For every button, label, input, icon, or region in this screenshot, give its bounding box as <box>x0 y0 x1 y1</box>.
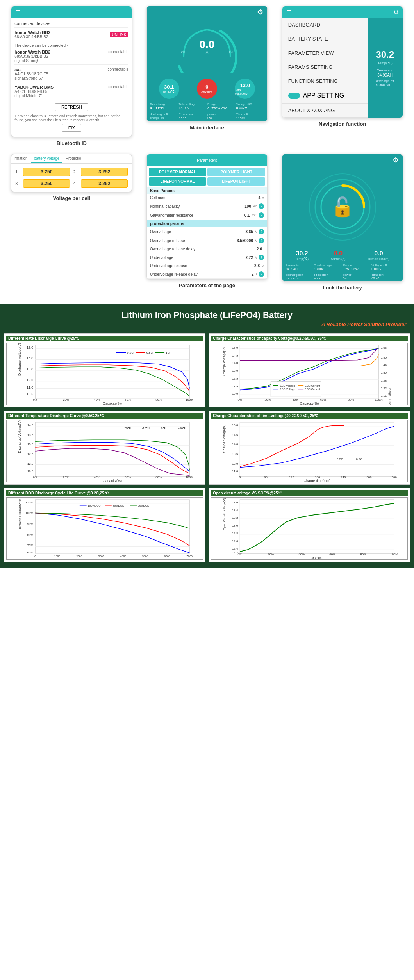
undervoltage-row: Undervoltage 2.72 V ? <box>147 253 267 262</box>
parameter-view-label: PARAMETER VIEW <box>288 50 334 56</box>
svg-text:0%: 0% <box>238 553 242 556</box>
app-setting-toggle[interactable] <box>288 93 300 99</box>
svg-text:Open Circuit Voltage(V): Open Circuit Voltage(V) <box>223 498 226 530</box>
svg-text:Discharge Voltage(V): Discharge Voltage(V) <box>18 343 21 376</box>
svg-text:20%: 20% <box>264 398 271 402</box>
cell-num-unit: s <box>262 196 264 200</box>
device-2-signal: signal:Strong0 <box>14 59 50 63</box>
svg-text:12.5: 12.5 <box>232 377 238 380</box>
svg-text:12.0: 12.0 <box>27 378 33 382</box>
label-lock: Lock the battery <box>323 285 362 291</box>
tab-protection[interactable]: Protectio <box>62 154 84 163</box>
total-voltage-info-label: Total voltage <box>178 102 207 106</box>
gauge-area: -20 +20 0.0 A <box>147 18 267 77</box>
fix-button[interactable]: FIX <box>62 124 81 132</box>
nav-menu-list: DASHBOARD BATTERY STATE PARAMETER VIEW P… <box>282 18 368 118</box>
device-3: aaa A4:C1:38:18:7C:E5 signal:Strong-57 c… <box>14 67 128 82</box>
svg-text:50%DOD: 50%DOD <box>138 504 149 507</box>
device-2-connectable: connectable <box>107 50 128 63</box>
nav-dashboard[interactable]: DASHBOARD <box>282 18 368 32</box>
total-voltage-info-value: 13.00v <box>178 106 207 110</box>
nav-params-setting[interactable]: PARAMS SETTING <box>282 60 368 74</box>
svg-text:0.11: 0.11 <box>381 394 387 398</box>
nav-parameter-view[interactable]: PARAMETER VIEW <box>282 46 368 60</box>
svg-text:13.4: 13.4 <box>232 509 238 512</box>
tab-information[interactable]: rmation <box>11 154 30 163</box>
svg-text:20%: 20% <box>268 553 274 556</box>
chart-1-title: Different Rate Discharge Curve @25℃ <box>6 336 203 341</box>
chart-4-svg: 15.0 14.5 14.0 13.5 12.0 11.0 0 60 120 1… <box>211 420 407 482</box>
svg-text:0.2C: 0.2C <box>356 457 362 461</box>
device-2: honor Watch BB2 68:A0:3E:14:BB:B2 signal… <box>14 50 128 65</box>
about-label: ABOUT XIAOXIANG <box>288 107 335 113</box>
phone-voltage: rmation battery voltage Protectio 1 3.25… <box>11 154 132 192</box>
protection-header: protection params <box>147 220 267 227</box>
nav-about[interactable]: ABOUT XIAOXIANG <box>282 104 368 118</box>
cell-4-num: 4 <box>73 181 79 186</box>
refresh-button[interactable]: REFRESH <box>55 103 88 111</box>
nav-battery-state[interactable]: BATTERY STATE <box>282 32 368 46</box>
device-2-id: 68:A0:3E:14:BB:B2 <box>14 54 50 59</box>
overvoltage-release-row: Overvoltage release 3.550000 V ? <box>147 236 267 245</box>
undervoltage-label: Undervoltage <box>150 255 246 260</box>
svg-text:100%: 100% <box>186 398 193 402</box>
svg-text:90%: 90% <box>27 522 34 526</box>
cell-1: 1 3.250 <box>15 168 70 176</box>
chart-6-inner: 13.6 13.4 13.2 13.0 12.8 12.6 12.4 12.2 … <box>211 497 408 560</box>
svg-text:70%: 70% <box>27 544 34 547</box>
undervoltage-info: ? <box>259 255 264 260</box>
chart-3-svg: 14.0 13.5 13.0 12.5 12.0 10.5 0% 20% 40%… <box>7 420 203 482</box>
phone-main-interface: ⚙ -20 +20 0.0 <box>146 6 268 121</box>
overvoltage-delay-val: 2.0 <box>257 247 262 251</box>
device-4-id: A4:C1:38:99:F8:65 <box>14 89 54 94</box>
discharge-status: discharge:offcharge:on <box>150 112 178 120</box>
lifepo4-light-btn[interactable]: LIFEPO4 LIGHT <box>207 177 265 186</box>
device-4: YABOPOWER BMS A4:C1:38:99:F8:65 signal:M… <box>14 85 128 100</box>
svg-text:60%: 60% <box>125 475 131 479</box>
params-title: Parameters <box>197 158 217 162</box>
lock-total-voltage: Total voltage13.00v <box>314 264 342 271</box>
chart-3-inner: 14.0 13.5 13.0 12.5 12.0 10.5 0% 20% 40%… <box>6 420 203 482</box>
svg-text:12.0: 12.0 <box>232 462 238 466</box>
chart-2-inner: 15.0 14.5 14.0 13.0 12.5 11.5 10.0 0% 20… <box>211 343 408 405</box>
lock-voltage-diff: Voltage diff0.002V <box>371 264 400 271</box>
nav-function-setting[interactable]: FUNCTION SETTING <box>282 74 368 88</box>
svg-text:80%: 80% <box>155 398 162 402</box>
unlink-button[interactable]: UNLINK <box>110 32 129 37</box>
device-1-id: 68:A0:3E:14:BB:B2 <box>14 35 50 39</box>
chart-1-svg: 15.0 14.0 13.0 12.0 11.0 10.5 0% 20% 40%… <box>7 343 203 405</box>
overvoltage-unit: V <box>255 230 257 234</box>
svg-text:80%: 80% <box>360 553 366 556</box>
lock-discharge-status: discharge:offcharge:on <box>286 273 314 280</box>
svg-text:12.4: 12.4 <box>232 547 238 550</box>
remaining-label: Remaining <box>150 102 178 106</box>
lock-info-grid: Remaining34.99AH Total voltage13.00v Ran… <box>282 262 403 272</box>
svg-text:100%: 100% <box>375 398 383 402</box>
svg-text:100%: 100% <box>186 475 193 479</box>
svg-text:0.50: 0.50 <box>381 356 387 359</box>
lifepo4-normal-btn[interactable]: LIFEPO4 NORMAL <box>149 177 207 186</box>
device-1: honor Watch BB2 68:A0:3E:14:BB:B2 UNLINK <box>14 30 128 41</box>
overvoltage-release-info: ? <box>259 238 264 243</box>
tab-battery-voltage[interactable]: battery voltage <box>31 154 63 163</box>
chart-4-inner: 15.0 14.5 14.0 13.5 12.0 11.0 0 60 120 1… <box>211 420 408 482</box>
svg-text:14.5: 14.5 <box>232 433 238 437</box>
total-voltage-info: Total voltage 13.00v <box>178 102 207 110</box>
device-3-signal: signal:Strong-57 <box>14 76 48 80</box>
battery-subtitle: A Reliable Power Solution Provider <box>8 321 406 327</box>
voltage-diff-value: 0.002V <box>236 106 264 110</box>
dashboard-label: DASHBOARD <box>288 22 320 28</box>
lock-icon-area: 🔓 <box>282 166 403 248</box>
undervoltage-delay-unit: s <box>255 272 257 276</box>
svg-text:60%: 60% <box>329 553 335 556</box>
lock-stats: 30.2 Temp(℃) 0.0 Current(A) 0.0 Remainde… <box>282 248 403 262</box>
polymer-normal-btn[interactable]: POLYMER NORMAL <box>149 168 207 176</box>
chart-charge-time: Charge Characteristics of time-voltage@0… <box>209 411 410 485</box>
polymer-light-btn[interactable]: POLYMER LIGHT <box>207 168 265 176</box>
lock-bottom-row: discharge:offcharge:on Protectionnone po… <box>282 272 403 281</box>
lock-remainder-val: 0.0 <box>368 250 389 257</box>
range-info: Range 3.25v~3.25v <box>207 102 236 110</box>
bottom-row-main: discharge:offcharge:on Protectionnone po… <box>147 111 267 121</box>
nav-content: DASHBOARD BATTERY STATE PARAMETER VIEW P… <box>282 18 403 118</box>
label-voltage: Voltage per cell <box>53 195 90 201</box>
